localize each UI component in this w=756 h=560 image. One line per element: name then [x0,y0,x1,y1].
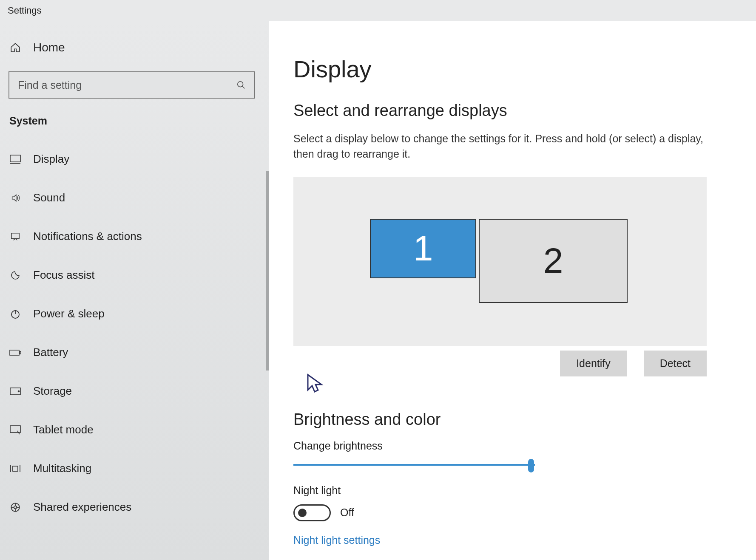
night-light-state: Off [340,506,354,519]
slider-thumb[interactable] [528,459,534,472]
sidebar-item-label: Storage [33,385,72,398]
sidebar-item-focus-assist[interactable]: Focus assist [0,256,269,294]
svg-point-10 [18,390,20,392]
arrange-heading: Select and rearrange displays [293,102,735,120]
sidebar-item-multitasking[interactable]: Multitasking [0,449,269,488]
toggle-knob [298,509,307,517]
tablet-icon [9,424,21,436]
battery-icon [9,347,21,359]
night-light-toggle[interactable] [293,504,331,521]
sound-icon [9,192,21,204]
detect-button[interactable]: Detect [644,351,707,376]
identify-button[interactable]: Identify [560,351,627,376]
sidebar-item-label: Shared experiences [33,501,131,514]
sidebar-item-label: Notifications & actions [33,230,142,243]
main-panel: Display Select and rearrange displays Se… [269,21,756,560]
sidebar-home[interactable]: Home [0,34,269,65]
sidebar-item-tablet-mode[interactable]: Tablet mode [0,410,269,449]
display-icon [9,153,21,165]
brightness-label: Change brightness [293,440,735,452]
sidebar-item-battery[interactable]: Battery [0,333,269,372]
arrange-description: Select a display below to change the set… [293,131,710,162]
svg-rect-8 [20,351,21,354]
sidebar-item-label: Power & sleep [33,307,105,320]
search-box[interactable] [9,71,255,99]
search-icon [236,80,246,90]
svg-rect-4 [11,233,19,238]
svg-point-15 [14,506,17,509]
sidebar-item-label: Display [33,153,69,166]
sidebar-item-power-sleep[interactable]: Power & sleep [0,294,269,333]
sidebar: Home System Display Sound [0,21,269,560]
svg-rect-11 [10,426,20,433]
sidebar-item-label: Tablet mode [33,423,94,436]
home-icon [9,42,21,54]
svg-rect-14 [13,466,18,471]
sidebar-item-display[interactable]: Display [0,140,269,178]
svg-rect-7 [10,350,19,355]
multitasking-icon [9,463,21,475]
display-arrangement-canvas[interactable]: 1 2 [293,177,707,346]
sidebar-item-sound[interactable]: Sound [0,178,269,217]
sidebar-section-header: System [0,111,269,140]
sidebar-item-label: Multitasking [33,462,91,475]
sidebar-item-notifications[interactable]: Notifications & actions [0,217,269,256]
night-light-label: Night light [293,484,735,497]
sidebar-home-label: Home [33,41,65,54]
notifications-icon [9,231,21,243]
search-input[interactable] [18,79,236,91]
power-icon [9,308,21,320]
sidebar-item-label: Sound [33,191,65,204]
page-title: Display [293,55,735,83]
sidebar-item-shared-experiences[interactable]: Shared experiences [0,488,269,526]
focus-assist-icon [9,269,21,281]
brightness-heading: Brightness and color [293,410,735,429]
monitor-2[interactable]: 2 [479,219,628,303]
sidebar-scrollbar[interactable] [266,171,269,371]
svg-rect-2 [10,155,20,162]
monitor-1[interactable]: 1 [370,219,476,278]
brightness-slider[interactable] [293,460,535,470]
sidebar-item-label: Battery [33,346,68,359]
sidebar-item-label: Focus assist [33,269,95,282]
night-light-settings-link[interactable]: Night light settings [293,534,735,546]
svg-line-1 [242,86,245,89]
sidebar-item-storage[interactable]: Storage [0,372,269,410]
window-title: Settings [0,0,756,21]
slider-track [293,464,535,466]
storage-icon [9,385,21,397]
shared-icon [9,501,21,513]
svg-point-0 [238,82,243,87]
